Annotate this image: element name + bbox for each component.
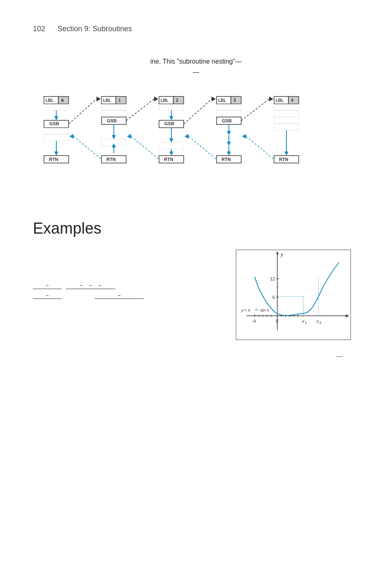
svg-line-33: [74, 136, 101, 159]
key-minus-4: −: [98, 283, 101, 289]
svg-line-53: [131, 136, 159, 159]
svg-rect-22: [101, 110, 126, 117]
svg-rect-83: [274, 124, 299, 130]
intro-text: ine. This "subroutine nesting"—: [33, 58, 359, 65]
svg-line-75: [241, 99, 269, 121]
key-minus-5: −: [46, 292, 49, 299]
svg-text:RTN: RTN: [279, 157, 288, 162]
svg-rect-9: [44, 128, 69, 134]
svg-rect-38: [173, 96, 184, 104]
svg-marker-15: [97, 96, 101, 101]
svg-text:RTN: RTN: [221, 157, 231, 162]
svg-text:2: 2: [176, 98, 178, 103]
svg-line-55: [184, 99, 212, 124]
svg-text:A: A: [61, 98, 64, 103]
svg-marker-29: [112, 143, 116, 147]
svg-rect-60: [217, 104, 241, 110]
svg-text:RTN: RTN: [49, 157, 58, 162]
svg-rect-58: [231, 96, 241, 104]
svg-text:-4: -4: [252, 319, 256, 324]
svg-text:2: 2: [319, 321, 321, 325]
svg-text:x: x: [346, 313, 349, 319]
svg-marker-91: [276, 251, 279, 254]
graph-container: y x 12 6 -4 0 x 1 x 2: [236, 250, 351, 340]
svg-text:4: 4: [291, 98, 294, 103]
svg-rect-61: [217, 110, 241, 117]
svg-marker-74: [269, 96, 273, 101]
svg-line-73: [189, 136, 217, 159]
svg-line-35: [126, 99, 154, 121]
svg-marker-67: [227, 142, 231, 146]
svg-rect-82: [274, 117, 299, 124]
svg-text:1: 1: [305, 321, 307, 325]
svg-marker-88: [242, 134, 246, 139]
key-minus-3: −: [89, 283, 92, 289]
key-minus-1: −: [46, 283, 49, 289]
key-minus-6: −: [118, 292, 121, 299]
svg-rect-78: [288, 96, 299, 104]
svg-text:GSB: GSB: [222, 118, 232, 123]
svg-marker-85: [284, 152, 288, 156]
svg-text:− sin x: − sin x: [257, 308, 269, 312]
section-title: Section 9: Subroutines: [58, 25, 132, 33]
svg-text:x: x: [302, 319, 304, 324]
svg-rect-81: [274, 110, 299, 117]
subroutine-diagram: LBL A GSB RTN LBL 1 GSB: [33, 92, 359, 199]
svg-marker-52: [127, 134, 131, 139]
svg-marker-46: [169, 138, 173, 142]
svg-rect-4: [44, 104, 69, 110]
svg-line-16: [69, 99, 97, 124]
svg-text:12: 12: [270, 276, 275, 281]
svg-rect-47: [159, 142, 184, 149]
svg-marker-49: [169, 152, 173, 156]
svg-rect-19: [116, 96, 126, 104]
svg-marker-54: [212, 96, 216, 101]
examples-heading: Examples: [33, 220, 359, 237]
svg-rect-40: [159, 104, 184, 110]
svg-marker-32: [69, 134, 74, 139]
page-number: 102: [33, 25, 45, 33]
svg-marker-69: [227, 152, 231, 156]
svg-marker-34: [154, 96, 158, 101]
svg-text:0: 0: [276, 319, 278, 324]
examples-left: − − − − − −: [33, 250, 219, 299]
svg-marker-6: [54, 116, 58, 120]
svg-text:RTN: RTN: [164, 157, 173, 162]
svg-text:GSB: GSB: [49, 121, 59, 126]
svg-text:LBL: LBL: [103, 98, 111, 103]
svg-text:6: 6: [272, 295, 275, 300]
svg-marker-42: [169, 116, 173, 120]
svg-text:GSB: GSB: [164, 121, 174, 126]
svg-text:y: y: [280, 252, 284, 257]
svg-rect-21: [101, 104, 126, 110]
svg-marker-72: [184, 134, 189, 139]
svg-rect-10: [44, 134, 69, 141]
svg-text:3: 3: [233, 98, 236, 103]
svg-text:1: 1: [118, 98, 121, 103]
bottom-dash: —: [33, 352, 359, 360]
svg-text:LBL: LBL: [276, 98, 284, 103]
svg-text:x: x: [316, 319, 319, 324]
svg-text:GSB: GSB: [107, 118, 117, 123]
svg-marker-26: [112, 135, 116, 139]
svg-marker-65: [227, 131, 231, 135]
intro-dash: —: [33, 69, 359, 76]
svg-marker-12: [54, 152, 58, 156]
page-header: 102 Section 9: Subroutines: [33, 25, 359, 33]
svg-line-89: [246, 136, 274, 159]
svg-text:y = x: y = x: [241, 308, 250, 312]
examples-content: − − − − − −: [33, 250, 359, 340]
keypad-table: − − − − − −: [33, 283, 219, 299]
svg-text:LBL: LBL: [218, 98, 226, 103]
svg-text:LBL: LBL: [161, 98, 168, 103]
key-minus-2: −: [80, 283, 83, 289]
examples-right: y x 12 6 -4 0 x 1 x 2: [236, 250, 359, 340]
svg-text:LBL: LBL: [46, 98, 53, 103]
svg-rect-80: [274, 104, 299, 110]
svg-text:RTN: RTN: [106, 157, 116, 162]
